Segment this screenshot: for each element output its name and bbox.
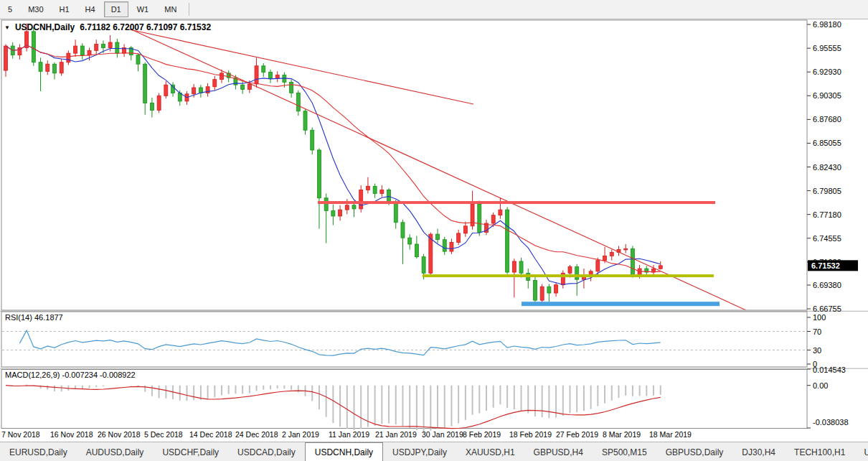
macd-tick-label: -0.038038 xyxy=(813,418,849,427)
price-tick-label: 6.82430 xyxy=(813,163,841,172)
rsi-tick-label: 70 xyxy=(813,327,821,336)
date-tick-label: 21 Jan 2019 xyxy=(375,430,417,439)
tab-gbpusd-h4[interactable]: GBPUSD,H4 xyxy=(524,442,593,461)
tab-tech100-h1[interactable]: TECH100,H1 xyxy=(785,442,854,461)
macd-tick-label: 0.014543 xyxy=(813,365,846,374)
svg-text:6.71532: 6.71532 xyxy=(811,261,840,270)
symbol-tabbar: EURUSD,DailyAUDUSD,DailyUSDCHF,DailyUSDC… xyxy=(0,442,868,461)
price-tick-label: 6.66755 xyxy=(813,304,841,313)
tab-gbpusd-daily[interactable]: GBPUSD,Daily xyxy=(656,442,733,461)
date-tick-label: 16 Nov 2018 xyxy=(50,430,93,439)
date-tick-label: 14 Dec 2018 xyxy=(189,430,232,439)
date-tick-label: 11 Jan 2019 xyxy=(329,430,369,439)
trading-terminal-window: 5M30H1H4D1W1MN 6.981806.955556.929306.90… xyxy=(0,0,868,461)
date-tick-label: 24 Dec 2018 xyxy=(235,430,278,439)
tab-audusd-daily[interactable]: AUDUSD,Daily xyxy=(77,442,154,461)
timeframe-toolbar: 5M30H1H4D1W1MN xyxy=(0,0,868,19)
date-tick-label: 26 Nov 2018 xyxy=(98,430,141,439)
hline-2 xyxy=(423,274,714,277)
timeframe-button-h4[interactable]: H4 xyxy=(78,1,103,17)
hline-3 xyxy=(522,302,720,306)
timeframe-button-5[interactable]: 5 xyxy=(1,1,19,17)
date-tick-label: 18 Mar 2019 xyxy=(649,430,692,439)
price-tick-label: 6.77180 xyxy=(813,210,841,219)
tab-usdchf-daily[interactable]: USDCHF,Daily xyxy=(153,442,228,461)
rsi-tick-label: 30 xyxy=(813,346,821,355)
date-tick-label: 18 Feb 2019 xyxy=(509,430,552,439)
timeframe-button-mn[interactable]: MN xyxy=(157,1,184,17)
toolbar-separator xyxy=(189,3,189,16)
macd-tick-label: 0.00 xyxy=(813,381,828,390)
date-tick-label: 5 Dec 2018 xyxy=(144,430,183,439)
timeframe-button-h1[interactable]: H1 xyxy=(52,1,77,17)
price-tick-label: 6.74555 xyxy=(813,234,841,243)
date-tick-label: 8 Feb 2019 xyxy=(463,430,501,439)
price-tick-label: 6.69380 xyxy=(813,281,841,289)
date-tick-label: 27 Feb 2019 xyxy=(556,430,598,439)
price-tick-label: 6.87680 xyxy=(813,115,841,124)
price-tick-label: 6.92930 xyxy=(813,67,841,76)
timeframe-button-w1[interactable]: W1 xyxy=(130,1,156,17)
timeframe-button-d1[interactable]: D1 xyxy=(104,1,128,17)
hline-1 xyxy=(318,201,715,204)
timeframe-button-m30[interactable]: M30 xyxy=(21,1,50,17)
price-tick-label: 6.95555 xyxy=(813,44,841,52)
tab-xauusd-h1[interactable]: XAUUSD,H1 xyxy=(456,442,524,461)
date-tick-label: 8 Mar 2019 xyxy=(603,430,641,439)
tab-sp500-m15[interactable]: SP500,M15 xyxy=(593,442,656,461)
tab-usdcad-daily[interactable]: USDCAD,Daily xyxy=(228,442,305,461)
main-plot-frame xyxy=(1,20,807,310)
date-tick-label: 2 Jan 2019 xyxy=(282,430,319,439)
date-tick-label: 30 Jan 2019 xyxy=(422,430,463,439)
date-tick-label: 7 Nov 2018 xyxy=(1,430,40,439)
tab-eurusd-daily[interactable]: EURUSD,Daily xyxy=(0,442,77,461)
rsi-tick-label: 100 xyxy=(813,313,826,322)
price-tick-label: 6.90305 xyxy=(813,91,841,100)
price-tick-label: 6.79805 xyxy=(813,187,841,195)
rsi-plot-frame xyxy=(1,312,807,367)
chart-area[interactable]: 6.981806.955556.929306.903056.876806.850… xyxy=(0,19,868,442)
price-tick-label: 6.98180 xyxy=(813,20,841,29)
tab-usdcnh-daily[interactable]: USDCNH,Daily xyxy=(305,442,383,461)
price-tick-label: 6.85055 xyxy=(813,139,841,147)
tab-usdjpy-daily[interactable]: USDJPY,Daily xyxy=(383,442,456,461)
tab-u[interactable]: U xyxy=(854,442,868,461)
macd-plot-frame xyxy=(1,370,807,429)
tab-dj30-h4[interactable]: DJ30,H4 xyxy=(732,442,785,461)
